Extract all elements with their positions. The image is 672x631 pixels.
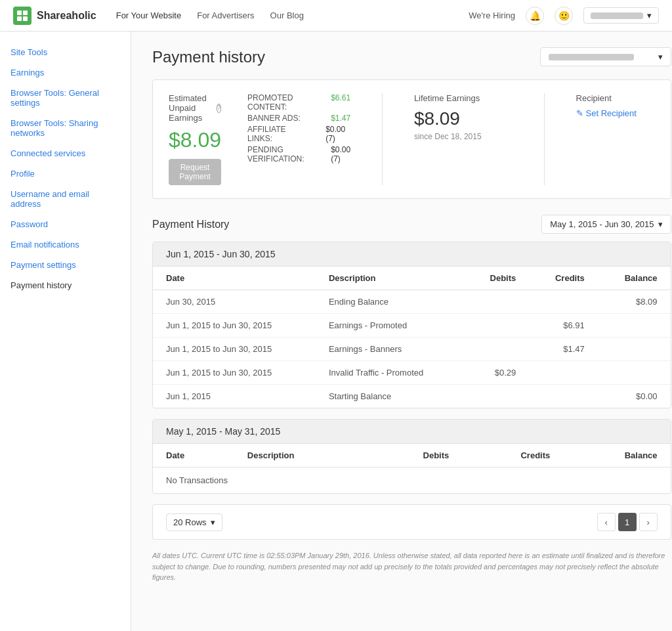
col-desc-1: Description [316,267,465,290]
user-email-blur [591,12,643,19]
period-2-card: May 1, 2015 - May 31, 2015 Date Descript… [152,419,671,494]
pagination-row: 20 Rows ▾ ‹ 1 › [153,505,671,539]
breakdown-banner-label: BANNER ADS: [247,114,301,123]
row-balance [598,361,671,385]
period-2-table: Date Description Debits Credits Balance … [153,444,671,493]
sidebar-item-email-notifs[interactable]: Email notifications [0,234,131,255]
row-credits: $6.91 [529,314,598,337]
sidebar-item-payment-history[interactable]: Payment history [0,275,131,295]
content-header: Payment history ▾ [152,47,671,66]
breakdown-affiliate: AFFILIATE LINKS: $0.00 (7) [247,125,350,143]
request-payment-button[interactable]: Request Payment [169,159,221,185]
unpaid-earnings-section: Estimated Unpaid Earnings ? $8.09 Reques… [169,93,221,185]
section-header: Payment History May 1, 2015 - Jun 30, 20… [152,215,671,234]
breakdown-pending: PENDING VERIFICATION: $0.00 (7) [247,145,350,163]
row-balance: $0.00 [598,385,671,408]
row-desc: Earnings - Banners [316,337,465,361]
sidebar-item-username[interactable]: Username and email address [0,184,131,214]
breakdown-pending-value: $0.00 (7) [331,145,350,163]
date-range-select[interactable]: May 1, 2015 - Jun 30, 2015 ▾ [541,215,671,234]
page-nav: ‹ 1 › [597,513,658,531]
date-range-chevron: ▾ [658,219,663,229]
row-desc: Ending Balance [316,290,465,314]
help-icon[interactable]: ? [217,104,222,113]
col-debits-2: Debits [367,444,462,468]
breakdown-affiliate-value: $0.00 (7) [326,125,350,143]
sidebar-item-earnings[interactable]: Earnings [0,62,131,83]
notification-bell[interactable]: 🔔 [526,7,544,25]
row-desc: Starting Balance [316,385,465,408]
sidebar-item-browser-sharing[interactable]: Browser Tools: Sharing networks [0,113,131,143]
no-transactions-row: No Transactions [153,468,671,494]
row-date: Jun 1, 2015 to Jun 30, 2015 [153,314,316,337]
email-dropdown-chevron: ▾ [658,52,663,62]
breakdown-promoted-label: PROMOTED CONTENT: [247,93,304,112]
row-credits [529,385,598,408]
rows-select-chevron: ▾ [211,517,215,527]
nav-for-website[interactable]: For Your Website [116,11,181,20]
no-transactions-text: No Transactions [153,468,671,494]
sidebar-item-site-tools[interactable]: Site Tools [0,42,131,62]
lifetime-amount: $8.09 [414,108,513,129]
unpaid-amount: $8.09 [169,128,221,152]
col-date-2: Date [153,444,234,468]
period-1-header: Jun 1, 2015 - Jun 30, 2015 [153,242,671,267]
col-balance-2: Balance [563,444,670,468]
set-recipient-link[interactable]: ✎ Set Recipient [576,108,655,118]
page-prev-button[interactable]: ‹ [597,513,616,531]
unpaid-label: Estimated Unpaid Earnings ? [169,93,221,123]
user-menu[interactable]: ▾ [583,7,659,24]
edit-icon: ✎ [576,108,583,118]
breakdown-promoted-value: $6.61 [331,93,350,112]
row-debits [465,290,529,314]
row-debits: $0.29 [465,361,529,385]
col-debits-1: Debits [465,267,529,290]
row-balance: $8.09 [598,290,671,314]
period-1-card: Jun 1, 2015 - Jun 30, 2015 Date Descript… [152,242,671,408]
nav-right: We're Hiring 🔔 🙂 ▾ [469,7,659,25]
row-date: Jun 1, 2015 [153,385,316,408]
row-debits [465,314,529,337]
row-balance [598,337,671,361]
table-row: Jun 1, 2015 to Jun 30, 2015 Earnings - B… [153,337,671,361]
col-credits-1: Credits [529,267,598,290]
sidebar-item-password[interactable]: Password [0,214,131,234]
breakdown-banner-value: $1.47 [331,114,350,123]
logo-text: Shareaholic [37,10,96,22]
breakdown-banner: BANNER ADS: $1.47 [247,114,350,123]
col-desc-2: Description [234,444,368,468]
svg-rect-2 [17,16,22,21]
page-next-button[interactable]: › [639,513,658,531]
row-desc: Invalid Traffic - Promoted [316,361,465,385]
smiley-icon[interactable]: 🙂 [555,7,573,25]
lifetime-section: Lifetime Earnings $8.09 since Dec 18, 20… [414,93,513,141]
rows-select[interactable]: 20 Rows ▾ [166,513,222,531]
hiring-text: We're Hiring [469,11,515,20]
since-text: since Dec 18, 2015 [414,132,513,141]
main-content: Payment history ▾ Estimated Unpaid Earni… [131,32,672,631]
sidebar-item-browser-general[interactable]: Browser Tools: General settings [0,83,131,113]
page-title: Payment history [152,48,265,66]
email-blur-display [549,54,634,60]
breakdown-promoted: PROMOTED CONTENT: $6.61 [247,93,350,112]
sidebar-item-profile[interactable]: Profile [0,163,131,184]
row-debits [465,337,529,361]
sidebar-item-connected-services[interactable]: Connected services [0,143,131,163]
pagination-card: 20 Rows ▾ ‹ 1 › [152,504,671,540]
sidebar-item-payment-settings[interactable]: Payment settings [0,255,131,275]
table-row: Jun 1, 2015 Starting Balance $0.00 [153,385,671,408]
row-date: Jun 30, 2015 [153,290,316,314]
table-row: Jun 1, 2015 to Jun 30, 2015 Invalid Traf… [153,361,671,385]
logo[interactable]: Shareaholic [13,7,96,25]
table-row: Jun 1, 2015 to Jun 30, 2015 Earnings - P… [153,314,671,337]
page-1-button[interactable]: 1 [618,513,637,531]
nav-for-advertisers[interactable]: For Advertisers [197,11,254,20]
divider-2 [544,93,545,185]
row-credits [529,361,598,385]
period-1-table: Date Description Debits Credits Balance … [153,267,671,408]
email-dropdown[interactable]: ▾ [540,47,671,66]
row-debits [465,385,529,408]
nav-blog[interactable]: Our Blog [270,11,304,20]
earnings-breakdown: PROMOTED CONTENT: $6.61 BANNER ADS: $1.4… [247,93,350,163]
svg-rect-1 [23,11,28,15]
